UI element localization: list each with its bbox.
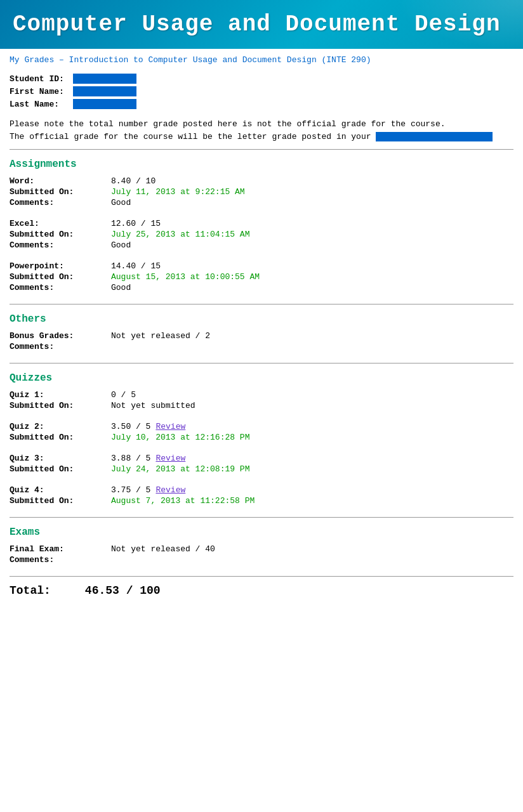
- ppt-comments: Good: [111, 283, 131, 292]
- first-name-value: [73, 86, 136, 96]
- bonus-comments-label: Comments:: [10, 342, 111, 351]
- quiz4-submitted-label: Submitted On:: [10, 496, 111, 506]
- excel-submitted-row: Submitted On: July 25, 2013 at 11:04:15 …: [10, 230, 513, 239]
- final-label: Final Exam:: [10, 544, 111, 554]
- quiz1-submitted-row: Submitted On: Not yet submitted: [10, 401, 513, 410]
- ppt-submitted-label: Submitted On:: [10, 272, 111, 282]
- quizzes-title: Quizzes: [10, 372, 513, 384]
- quiz1-label: Quiz 1:: [10, 390, 111, 400]
- total-row: Total: 46.53 / 100: [10, 584, 513, 597]
- quiz1-submitted-date: Not yet submitted: [111, 401, 195, 410]
- assignments-title: Assignments: [10, 159, 513, 170]
- final-score: Not yet released / 40: [111, 544, 215, 554]
- assignment-powerpoint: Powerpoint: 14.40 / 15 Submitted On: Aug…: [10, 261, 513, 292]
- ppt-score: 14.40 / 15: [111, 261, 161, 271]
- student-id-label: Student ID:: [10, 74, 73, 84]
- ppt-label: Powerpoint:: [10, 261, 111, 271]
- divider-4: [10, 517, 513, 518]
- quiz3-submitted-label: Submitted On:: [10, 464, 111, 474]
- notice-line2: The official grade for the course will b…: [10, 132, 371, 141]
- quiz3-submitted-date: July 24, 2013 at 12:08:19 PM: [111, 464, 249, 474]
- word-score: 8.40 / 10: [111, 176, 156, 186]
- excel-score: 12.60 / 15: [111, 219, 161, 228]
- word-comments-label: Comments:: [10, 198, 111, 207]
- quiz1-submitted-label: Submitted On:: [10, 401, 111, 410]
- quiz4-submitted-row: Submitted On: August 7, 2013 at 11:22:58…: [10, 496, 513, 506]
- quiz4-review-link[interactable]: Review: [156, 485, 185, 495]
- assignment-excel: Excel: 12.60 / 15 Submitted On: July 25,…: [10, 219, 513, 250]
- excel-score-row: Excel: 12.60 / 15: [10, 219, 513, 228]
- final-exam: Final Exam: Not yet released / 40 Commen…: [10, 544, 513, 565]
- word-score-row: Word: 8.40 / 10: [10, 176, 513, 186]
- quiz4-score-row: Quiz 4: 3.75 / 5 Review: [10, 485, 513, 495]
- word-submitted-row: Submitted On: July 11, 2013 at 9:22:15 A…: [10, 187, 513, 197]
- bonus-grades: Bonus Grades: Not yet released / 2 Comme…: [10, 331, 513, 351]
- bonus-score-row: Bonus Grades: Not yet released / 2: [10, 331, 513, 341]
- quiz4-label: Quiz 4:: [10, 485, 111, 495]
- excel-comments: Good: [111, 240, 131, 250]
- excel-label: Excel:: [10, 219, 111, 228]
- header-banner: Computer Usage and Document Design: [0, 0, 523, 49]
- quiz2-score-row: Quiz 2: 3.50 / 5 Review: [10, 422, 513, 431]
- divider-3: [10, 363, 513, 363]
- first-name-row: First Name:: [10, 86, 513, 96]
- quiz3-score: 3.88 / 5: [111, 454, 150, 463]
- excel-comments-label: Comments:: [10, 240, 111, 250]
- word-comments: Good: [111, 198, 131, 207]
- final-score-row: Final Exam: Not yet released / 40: [10, 544, 513, 554]
- student-id-row: Student ID:: [10, 74, 513, 84]
- others-title: Others: [10, 313, 513, 325]
- word-comments-row: Comments: Good: [10, 198, 513, 207]
- word-submitted-date: July 11, 2013 at 9:22:15 AM: [111, 187, 245, 197]
- notice-line1: Please note the total number grade poste…: [10, 119, 446, 129]
- quiz2-submitted-row: Submitted On: July 10, 2013 at 12:16:28 …: [10, 433, 513, 442]
- quiz-4: Quiz 4: 3.75 / 5 Review Submitted On: Au…: [10, 485, 513, 506]
- total-value: 46.53 / 100: [85, 584, 161, 597]
- ppt-submitted-date: August 15, 2013 at 10:00:55 AM: [111, 272, 260, 282]
- quiz2-submitted-label: Submitted On:: [10, 433, 111, 442]
- quiz2-review-link[interactable]: Review: [156, 422, 185, 431]
- quiz4-submitted-date: August 7, 2013 at 11:22:58 PM: [111, 496, 255, 506]
- quiz1-score: 0 / 5: [111, 390, 136, 400]
- divider-5: [10, 576, 513, 577]
- page-content: My Grades – Introduction to Computer Usa…: [0, 49, 523, 610]
- quiz-2: Quiz 2: 3.50 / 5 Review Submitted On: Ju…: [10, 422, 513, 442]
- final-comments-row: Comments:: [10, 555, 513, 565]
- last-name-value: [73, 99, 136, 109]
- divider-1: [10, 149, 513, 150]
- quiz3-score-row: Quiz 3: 3.88 / 5 Review: [10, 454, 513, 463]
- notice-text: Please note the total number grade poste…: [10, 118, 513, 143]
- excel-comments-row: Comments: Good: [10, 240, 513, 250]
- quiz2-submitted-date: July 10, 2013 at 12:16:28 PM: [111, 433, 249, 442]
- quiz3-label: Quiz 3:: [10, 454, 111, 463]
- assignment-word: Word: 8.40 / 10 Submitted On: July 11, 2…: [10, 176, 513, 207]
- divider-2: [10, 304, 513, 304]
- excel-submitted-label: Submitted On:: [10, 230, 111, 239]
- quiz2-label: Quiz 2:: [10, 422, 111, 431]
- bonus-score: Not yet released / 2: [111, 331, 210, 341]
- last-name-row: Last Name:: [10, 99, 513, 109]
- quiz2-score: 3.50 / 5: [111, 422, 150, 431]
- word-label: Word:: [10, 176, 111, 186]
- excel-submitted-date: July 25, 2013 at 11:04:15 AM: [111, 230, 249, 239]
- page-title: Computer Usage and Document Design: [13, 11, 510, 37]
- ppt-score-row: Powerpoint: 14.40 / 15: [10, 261, 513, 271]
- student-info: Student ID: First Name: Last Name:: [10, 74, 513, 109]
- student-id-value: [73, 74, 136, 84]
- total-label: Total:: [10, 584, 51, 597]
- bonus-label: Bonus Grades:: [10, 331, 111, 341]
- quiz3-review-link[interactable]: Review: [156, 454, 185, 463]
- quiz1-score-row: Quiz 1: 0 / 5: [10, 390, 513, 400]
- quiz-1: Quiz 1: 0 / 5 Submitted On: Not yet subm…: [10, 390, 513, 410]
- first-name-label: First Name:: [10, 87, 73, 96]
- ppt-comments-row: Comments: Good: [10, 283, 513, 292]
- quiz4-score: 3.75 / 5: [111, 485, 150, 495]
- exams-title: Exams: [10, 527, 513, 538]
- notice-highlight: [376, 132, 492, 141]
- last-name-label: Last Name:: [10, 100, 73, 109]
- quiz-3: Quiz 3: 3.88 / 5 Review Submitted On: Ju…: [10, 454, 513, 474]
- bonus-comments-row: Comments:: [10, 342, 513, 351]
- word-submitted-label: Submitted On:: [10, 187, 111, 197]
- ppt-comments-label: Comments:: [10, 283, 111, 292]
- final-comments-label: Comments:: [10, 555, 111, 565]
